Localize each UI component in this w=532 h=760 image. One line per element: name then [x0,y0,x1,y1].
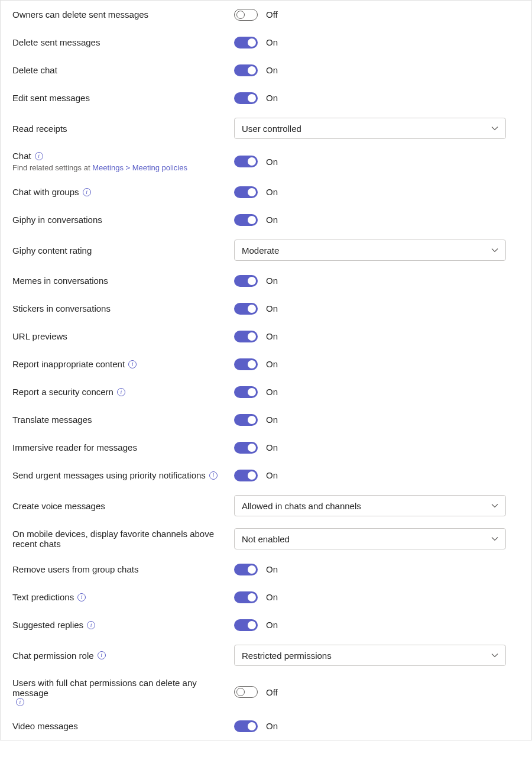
memes-toggle[interactable] [234,275,258,287]
owners-delete-toggle[interactable] [234,9,258,21]
stickers-toggle[interactable] [234,303,258,315]
label-column: Report inappropriate content [12,359,234,369]
setting-label: Memes in conversations [12,276,222,286]
chat-toggle[interactable] [234,156,258,167]
setting-row-mobile-fav: On mobile devices, display favorite chan… [1,522,531,555]
label-column: Suggested replies [12,620,234,630]
info-icon[interactable] [209,471,218,480]
label-column: Edit sent messages [12,93,234,103]
info-icon[interactable] [128,360,137,368]
chevron-down-icon [491,125,498,132]
voice-msg-select[interactable]: Allowed in chats and channels [234,495,506,516]
label-column: Immersive reader for messages [12,442,234,452]
select-value: Allowed in chats and channels [242,501,361,511]
control-column: On [234,414,520,426]
meeting-policies-link[interactable]: Meetings > Meeting policies [92,163,187,172]
info-icon[interactable] [16,698,24,706]
label-column: Read receipts [12,124,234,134]
read-receipts-select[interactable]: User controlled [234,118,506,139]
select-value: Restricted permissions [242,651,332,661]
toggle-state-label: On [266,37,278,47]
control-column: On [234,591,520,603]
select-value: Not enabled [242,534,290,544]
setting-label: Create voice messages [12,501,222,511]
setting-row-delete-sent: Delete sent messagesOn [1,28,531,56]
delete-chat-toggle[interactable] [234,64,258,76]
info-icon[interactable] [98,651,106,659]
setting-row-giphy: Giphy in conversationsOn [1,206,531,234]
control-column: On [234,156,520,167]
messaging-policy-panel: Owners can delete sent messagesOffDelete… [0,0,532,740]
info-icon[interactable] [117,388,125,396]
text-pred-toggle[interactable] [234,591,258,603]
control-column: Off [234,686,520,698]
toggle-state-label: On [266,620,278,630]
toggle-state-label: On [266,387,278,397]
chevron-down-icon [491,247,498,254]
toggle-state-label: On [266,65,278,75]
label-column: Giphy in conversations [12,215,234,225]
label-column: Text predictions [12,592,234,602]
report-security-toggle[interactable] [234,386,258,398]
label-column: Memes in conversations [12,276,234,286]
related-settings-hint: Find related settings at Meetings > Meet… [12,163,222,172]
setting-label-text: Giphy content rating [12,245,92,256]
url-previews-toggle[interactable] [234,331,258,342]
control-column: Off [234,9,520,21]
setting-label-text: Chat with groups [12,187,79,197]
setting-label: Send urgent messages using priority noti… [12,470,222,480]
mobile-fav-select[interactable]: Not enabled [234,528,506,549]
setting-label: Giphy content rating [12,245,222,256]
chat-perm-select[interactable]: Restricted permissions [234,645,506,666]
setting-label: Chat [12,151,222,161]
control-column: On [234,564,520,575]
control-column: Restricted permissions [234,645,520,666]
info-icon[interactable] [35,152,43,160]
setting-row-stickers: Stickers in conversationsOn [1,295,531,322]
setting-label-text: Send urgent messages using priority noti… [12,470,206,480]
setting-label-text: Giphy in conversations [12,215,102,225]
translate-toggle[interactable] [234,414,258,426]
full-perm-delete-toggle[interactable] [234,686,258,698]
control-column: On [234,386,520,398]
setting-row-report-content: Report inappropriate contentOn [1,350,531,378]
giphy-toggle[interactable] [234,214,258,226]
toggle-state-label: Off [266,9,278,20]
setting-label-text: Delete chat [12,65,57,75]
setting-row-translate: Translate messagesOn [1,406,531,434]
control-column: Moderate [234,240,520,261]
info-icon[interactable] [77,593,86,601]
delete-sent-toggle[interactable] [234,37,258,48]
setting-label: Chat with groups [12,187,222,197]
edit-sent-toggle[interactable] [234,92,258,104]
remove-users-toggle[interactable] [234,564,258,575]
setting-row-report-security: Report a security concernOn [1,378,531,406]
setting-row-delete-chat: Delete chatOn [1,56,531,84]
info-icon[interactable] [87,621,95,629]
setting-label-text: Chat permission role [12,651,94,661]
giphy-rating-select[interactable]: Moderate [234,240,506,261]
control-column: User controlled [234,118,520,139]
setting-label: Immersive reader for messages [12,442,222,452]
report-content-toggle[interactable] [234,358,258,370]
control-column: On [234,275,520,287]
urgent-toggle[interactable] [234,470,258,481]
immersive-toggle[interactable] [234,442,258,454]
suggested-toggle[interactable] [234,619,258,631]
setting-label-text: Edit sent messages [12,93,90,103]
chevron-down-icon [491,502,498,509]
label-column: Owners can delete sent messages [12,9,234,20]
setting-label: Translate messages [12,415,222,425]
toggle-state-label: On [266,442,278,452]
setting-label: On mobile devices, display favorite chan… [12,529,222,549]
setting-label-text: Users with full chat permissions can del… [12,678,222,698]
info-icon[interactable] [83,188,91,196]
setting-label: Remove users from group chats [12,564,222,574]
label-column: Video messages [12,721,234,731]
setting-row-chat-perm: Chat permission roleRestricted permissio… [1,639,531,672]
toggle-state-label: On [266,93,278,103]
setting-row-full-perm-delete: Users with full chat permissions can del… [1,672,531,712]
video-msg-toggle[interactable] [234,720,258,732]
setting-label-text: On mobile devices, display favorite chan… [12,529,222,549]
chat-groups-toggle[interactable] [234,186,258,198]
